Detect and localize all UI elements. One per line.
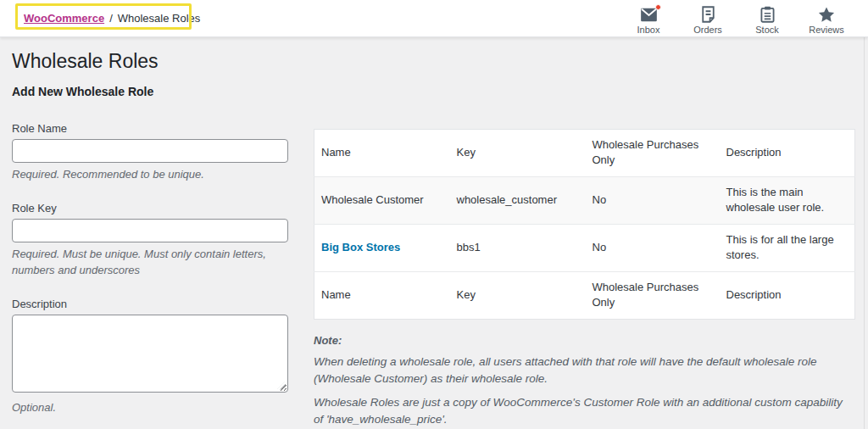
table-footer-row: Name Key Wholesale Purchases Only Descri… bbox=[314, 271, 855, 319]
role-name-cell: Big Box Stores bbox=[314, 224, 450, 271]
description-label: Description bbox=[12, 298, 288, 310]
role-key-help: Required. Must be unique. Must only cont… bbox=[12, 247, 288, 279]
col-header-description: Description bbox=[720, 130, 855, 177]
role-wpo-cell: No bbox=[586, 224, 720, 271]
window-edge-line bbox=[864, 0, 865, 429]
activity-panel-nav: Inbox Orders Stock bbox=[619, 2, 868, 35]
role-key-input[interactable] bbox=[12, 219, 288, 242]
role-name-cell: Wholesale Customer bbox=[314, 176, 450, 224]
description-help: Optional. bbox=[12, 400, 288, 416]
description-textarea[interactable] bbox=[12, 315, 288, 393]
role-description-cell: This is the main wholesale user role. bbox=[720, 176, 855, 224]
role-description-cell: This is for all the large stores. bbox=[720, 224, 855, 271]
col-footer-wholesale-purchases-only: Wholesale Purchases Only bbox=[586, 271, 720, 319]
role-wpo-cell: No bbox=[586, 176, 720, 224]
breadcrumb: WooCommerce / Wholesale Roles bbox=[0, 12, 200, 25]
inbox-unread-badge bbox=[655, 4, 661, 10]
role-key-cell: wholesale_customer bbox=[450, 176, 586, 224]
note-paragraph: Wholesale Roles are just a copy of WooCo… bbox=[314, 394, 843, 429]
table-header-row: Name Key Wholesale Purchases Only Descri… bbox=[314, 130, 855, 177]
nav-item-reviews[interactable]: Reviews bbox=[797, 2, 856, 35]
form-heading: Add New Wholesale Role bbox=[12, 85, 288, 98]
role-key-label: Role Key bbox=[12, 202, 288, 214]
col-header-wholesale-purchases-only: Wholesale Purchases Only bbox=[586, 130, 720, 177]
nav-label: Orders bbox=[693, 25, 722, 35]
note-paragraph: When deleting a wholesale role, all user… bbox=[314, 354, 843, 388]
col-footer-name: Name bbox=[314, 271, 450, 319]
breadcrumb-link-woocommerce[interactable]: WooCommerce bbox=[24, 12, 104, 25]
role-link-big-box-stores[interactable]: Big Box Stores bbox=[321, 241, 400, 254]
role-key-cell: bbs1 bbox=[450, 224, 586, 271]
col-footer-key: Key bbox=[450, 271, 586, 319]
nav-label: Reviews bbox=[809, 25, 844, 35]
roles-table-panel: Name Key Wholesale Purchases Only Descri… bbox=[314, 129, 854, 429]
col-footer-description: Description bbox=[720, 271, 855, 319]
col-header-key: Key bbox=[450, 130, 586, 177]
breadcrumb-current: Wholesale Roles bbox=[118, 12, 201, 25]
orders-icon bbox=[701, 6, 715, 23]
role-name-help: Required. Recommended to be unique. bbox=[12, 167, 288, 183]
breadcrumb-separator: / bbox=[109, 12, 113, 25]
note-block: Note: When deleting a wholesale role, al… bbox=[314, 334, 843, 429]
nav-label: Inbox bbox=[637, 25, 660, 35]
nav-label: Stock bbox=[755, 25, 779, 35]
nav-item-stock[interactable]: Stock bbox=[737, 2, 797, 35]
nav-item-orders[interactable]: Orders bbox=[678, 2, 737, 35]
table-row: Wholesale Customer wholesale_customer No… bbox=[314, 176, 855, 224]
stock-icon bbox=[760, 6, 775, 23]
reviews-icon bbox=[818, 6, 835, 23]
col-header-name: Name bbox=[314, 130, 450, 177]
wholesale-roles-table: Name Key Wholesale Purchases Only Descri… bbox=[314, 129, 855, 320]
main-content: Wholesale Roles Add New Wholesale Role R… bbox=[0, 37, 868, 429]
note-heading: Note: bbox=[314, 334, 843, 347]
role-name-label: Role Name bbox=[12, 122, 288, 135]
admin-header-bar: WooCommerce / Wholesale Roles Inbox bbox=[0, 0, 868, 37]
role-name-input[interactable] bbox=[12, 139, 288, 163]
nav-item-inbox[interactable]: Inbox bbox=[619, 2, 678, 35]
table-row: Big Box Stores bbs1 No This is for all t… bbox=[314, 224, 855, 271]
inbox-icon bbox=[640, 6, 658, 23]
page-title: Wholesale Roles bbox=[12, 49, 159, 75]
add-new-role-form: Add New Wholesale Role Role Name Require… bbox=[12, 85, 288, 429]
